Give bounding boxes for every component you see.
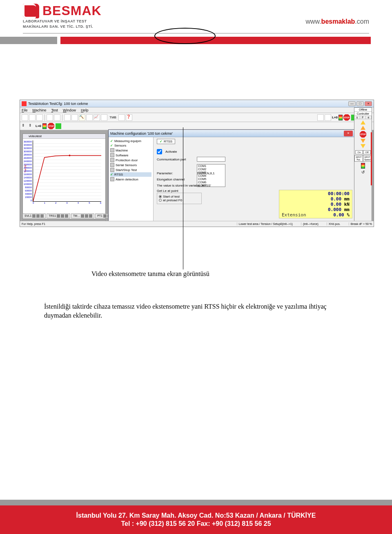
- toolbar-icon[interactable]: [317, 114, 324, 121]
- stop-icon-2[interactable]: STOP: [48, 123, 54, 129]
- rtss-tab[interactable]: ✓RTSS: [157, 139, 175, 144]
- status-c2: (init-->force): [301, 222, 318, 225]
- window-title: Test&Motion TestCfg: 100 ton cekme: [28, 102, 348, 106]
- minimize-button[interactable]: —: [348, 101, 356, 106]
- stored-note: The value is stored in variable 'RTSS': [157, 184, 351, 187]
- dialog-titlebar: Machine configuration '100 ton cekme' ×: [109, 130, 354, 137]
- tree-item[interactable]: Protection door: [110, 158, 151, 162]
- close-button[interactable]: ×: [365, 101, 372, 106]
- jog-down-fast-icon[interactable]: [361, 144, 365, 148]
- off-button[interactable]: Off: [363, 150, 371, 154]
- toolbar-chart-icon[interactable]: 📈: [94, 114, 100, 121]
- toolbar-icon[interactable]: [29, 114, 36, 121]
- chart-plot: [33, 140, 101, 202]
- jog-down-icon[interactable]: [361, 139, 365, 143]
- activate-checkbox[interactable]: [157, 149, 162, 154]
- parameter-value: 19200,N,8,1: [197, 171, 215, 175]
- logo-text: BESMAK: [42, 3, 102, 18]
- controller-panel: Offline Controller sFe STOP OnOff DPOT P…: [354, 107, 372, 222]
- page-footer: İstanbul Yolu 27. Km Saray Mah. Aksoy Ca…: [0, 497, 392, 534]
- get-le-group: Start of test at preload F0: [157, 193, 202, 204]
- controller-stop-button[interactable]: STOP: [360, 131, 366, 138]
- workspace: videotest Yuk [N] 3600003400003200003000…: [20, 130, 374, 221]
- radio-start[interactable]: Start of test: [159, 195, 200, 198]
- maximize-button[interactable]: □: [356, 101, 364, 106]
- stop-icon[interactable]: STOP: [343, 114, 350, 121]
- radio-preload[interactable]: at preload F0: [159, 198, 200, 202]
- controller-traffic-icon[interactable]: [361, 163, 365, 169]
- statusbar: For Help, press F1 Lower test area / Ten…: [20, 221, 374, 227]
- tab-svl1[interactable]: SVL1: [22, 214, 46, 218]
- tree-item[interactable]: Machine: [110, 148, 151, 153]
- status-mid: Lower test area / Tension / Setup0(init-…: [237, 222, 293, 225]
- dpot-speed[interactable]: DPOT Speed: [363, 155, 372, 162]
- status-c3: XHd.pos.: [327, 222, 341, 225]
- tree-item[interactable]: Alarm detection: [110, 177, 151, 182]
- toolbar-icon[interactable]: [86, 114, 93, 121]
- bottom-tabs: SVL1 TRS1 TM… PT1: [22, 213, 117, 219]
- jog-up-fast-icon[interactable]: [361, 120, 365, 125]
- elongation-label: Elongation channel: [157, 178, 194, 181]
- activate-label: Activate: [165, 150, 202, 154]
- toolbar-icon[interactable]: [118, 114, 125, 121]
- chart-window: videotest Yuk [N] 3600003400003200003000…: [22, 134, 106, 219]
- readout-panel: 00:00:00 0.00 mm 0.00 kN 0.000 mm Extens…: [279, 190, 352, 218]
- toolbar-icon[interactable]: [62, 123, 68, 129]
- menu-file[interactable]: File: [22, 108, 28, 112]
- dpot-pos[interactable]: DPOT Pos.: [354, 155, 363, 162]
- body-paragraph: İstenildiği taktirde cihaza temassız vid…: [44, 302, 346, 320]
- tree-item[interactable]: Software: [110, 153, 151, 158]
- app-screenshot: Test&Motion TestCfg: 100 ton cekme — □ ×…: [20, 100, 374, 227]
- tree-item-rtss[interactable]: ✓RTSS: [110, 172, 151, 177]
- l0-label-2[interactable]: L=0: [36, 124, 41, 128]
- toolbar-icon[interactable]: [47, 114, 53, 121]
- comm-port-label: Communication port: [157, 158, 194, 161]
- chart-xaxis: 0123456: [33, 202, 101, 204]
- tmb-label[interactable]: TMB: [108, 116, 118, 119]
- controller-reset-icon[interactable]: ↺: [361, 170, 365, 174]
- menu-window[interactable]: Window: [63, 108, 76, 112]
- jog-up-icon[interactable]: [361, 126, 365, 130]
- status-help: For Help, press F1: [22, 222, 45, 225]
- tree-item[interactable]: Start/Stop Test: [110, 167, 151, 172]
- status-c4: Break dF = 50 %: [349, 222, 372, 225]
- window-titlebar: Test&Motion TestCfg: 100 ton cekme — □ ×: [20, 100, 374, 107]
- menubar: File Machine Test Window Help: [20, 107, 374, 113]
- toolbar-hammer-icon[interactable]: 🔨: [79, 114, 85, 121]
- dialog-tree: ✓Measuring equipm ✓Sensors Machine Softw…: [109, 137, 154, 227]
- position-bar-icon: [371, 132, 372, 185]
- toolbar-secondary: ⇕ ⇕ L=0 STOP: [20, 122, 374, 130]
- toolbar-icon[interactable]: [325, 114, 331, 121]
- toolbar-icon[interactable]: [56, 123, 61, 129]
- toolbar-icon[interactable]: [101, 114, 107, 121]
- tree-item[interactable]: ✓Sensors: [110, 143, 151, 148]
- menu-test[interactable]: Test: [51, 108, 58, 112]
- traffic-light-icon[interactable]: [339, 115, 343, 120]
- header-url: www.besmaklab.com: [305, 18, 369, 25]
- figure-caption: Video ekstensometre tanıma ekran görüntü…: [91, 270, 209, 278]
- tab-tm[interactable]: TM…: [71, 214, 94, 218]
- toolbar-icon[interactable]: ⇕: [22, 123, 27, 129]
- on-button[interactable]: On: [355, 150, 363, 154]
- callout-line: [183, 127, 183, 269]
- footer-phone: Tel : +90 (312) 815 56 20 Fax: +90 (312)…: [121, 520, 271, 527]
- footer-address: İstanbul Yolu 27. Km Saray Mah. Aksoy Ca…: [76, 512, 316, 519]
- logo-mark: [23, 4, 39, 18]
- tree-item[interactable]: ✓Measuring equipm: [110, 139, 151, 143]
- toolbar-icon[interactable]: [22, 114, 28, 121]
- traffic-light-icon[interactable]: [42, 123, 47, 129]
- tab-trs1[interactable]: TRS1: [47, 214, 70, 218]
- tree-item[interactable]: Serial Sensors: [110, 162, 151, 167]
- toolbar-icon[interactable]: ⇕: [29, 123, 34, 129]
- toolbar-icon[interactable]: [54, 114, 60, 121]
- toolbar-icon[interactable]: [71, 114, 78, 121]
- toolbar-icon[interactable]: [64, 114, 71, 121]
- toolbar-icon[interactable]: [36, 114, 43, 121]
- comm-port-combo[interactable]: [197, 157, 225, 162]
- menu-machine[interactable]: Machine: [33, 108, 47, 112]
- menu-help[interactable]: Help: [81, 108, 89, 112]
- help-icon[interactable]: ❓: [126, 114, 132, 121]
- dialog-close-button[interactable]: ×: [344, 131, 353, 136]
- offline-label: Offline: [354, 108, 372, 112]
- l0-label[interactable]: L=0: [332, 116, 338, 119]
